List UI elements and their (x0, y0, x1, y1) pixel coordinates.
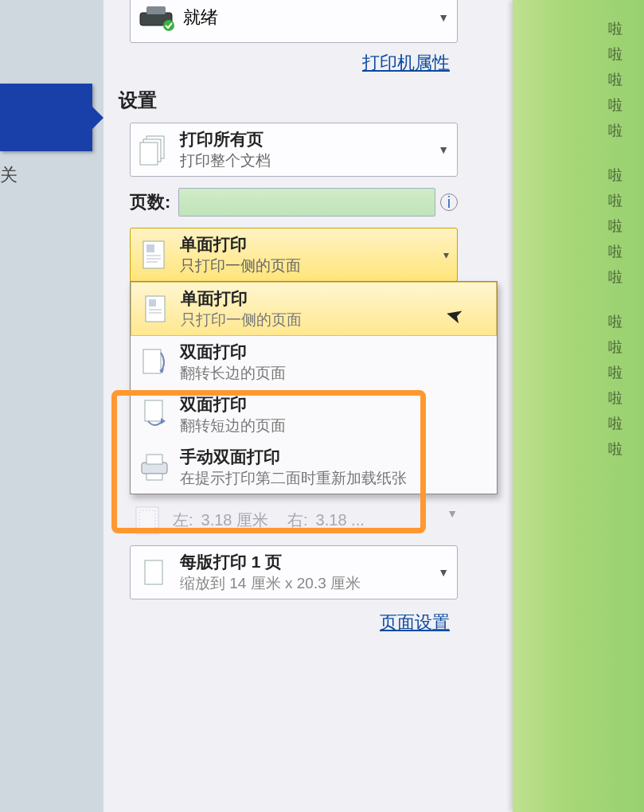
pages-input[interactable] (178, 188, 435, 217)
svg-point-2 (163, 20, 174, 31)
svg-rect-5 (140, 142, 158, 165)
duplex-option-short-edge[interactable]: 双面打印 翻转短边的页面 (131, 388, 497, 441)
svg-marker-18 (161, 418, 166, 424)
svg-rect-7 (146, 244, 154, 252)
pages-per-sheet-dropdown[interactable]: 每版打印 1 页 缩放到 14 厘米 x 20.3 厘米 ▼ (130, 545, 458, 599)
printer-status-text: 就绪 (183, 6, 218, 29)
chevron-down-icon: ▼ (438, 143, 449, 156)
chevron-down-icon: ▼ (447, 507, 458, 520)
margins-icon (130, 502, 165, 537)
duplex-option-manual[interactable]: 手动双面打印 在提示打印第二面时重新加载纸张 (131, 441, 497, 494)
duplex-dropdown-list: 单面打印 只打印一侧的页面 双面打印 翻转长边的页面 (130, 281, 498, 494)
svg-rect-21 (146, 474, 162, 480)
print-range-title: 打印所有页 (180, 128, 271, 150)
printer-manual-icon (137, 450, 172, 485)
printer-ready-icon (137, 3, 175, 32)
page-single-small-icon (135, 554, 172, 591)
duplex-dropdown[interactable]: 单面打印 只打印一侧的页面 ▾ (130, 228, 458, 282)
margins-dropdown[interactable]: 左: 3.18 厘米 右: 3.18 ... ▼ (130, 502, 458, 537)
duplex-option-single[interactable]: 单面打印 只打印一侧的页面 (131, 282, 497, 336)
svg-rect-24 (145, 560, 162, 584)
printer-properties-link[interactable]: 打印机属性 (115, 51, 450, 75)
chevron-down-icon: ▾ (443, 248, 449, 261)
per-sheet-subtitle: 缩放到 14 厘米 x 20.3 厘米 (180, 573, 361, 594)
nav-tab-active[interactable] (0, 84, 92, 151)
pages-label: 页数: (130, 190, 170, 214)
printer-selector[interactable]: 就绪 ▼ (130, 0, 458, 43)
settings-header: 设置 (119, 88, 458, 113)
svg-rect-17 (145, 400, 162, 421)
pages-stack-icon (135, 131, 172, 168)
print-range-dropdown[interactable]: 打印所有页 打印整个文档 ▼ (130, 123, 458, 177)
svg-rect-1 (146, 6, 166, 14)
page-flip-long-icon (137, 345, 172, 380)
svg-rect-15 (143, 349, 161, 373)
svg-rect-20 (146, 455, 162, 464)
page-single-icon (138, 291, 173, 326)
print-range-subtitle: 打印整个文档 (180, 150, 271, 171)
per-sheet-title: 每版打印 1 页 (180, 551, 361, 573)
chevron-down-icon: ▼ (438, 11, 449, 24)
info-icon[interactable]: i (440, 193, 458, 211)
page-flip-short-icon (137, 397, 172, 432)
duplex-selected-subtitle: 只打印一侧的页面 (180, 256, 301, 276)
print-preview-pane: 啦啦啦啦啦啦啦啦啦啦啦啦啦啦啦啦 (513, 0, 644, 812)
duplex-selected-title: 单面打印 (180, 233, 301, 256)
page-single-icon (135, 236, 172, 273)
duplex-option-long-edge[interactable]: 双面打印 翻转长边的页面 (131, 336, 497, 388)
svg-rect-12 (149, 299, 156, 306)
page-setup-link[interactable]: 页面设置 (115, 611, 450, 634)
nav-label-fragment: 关 (0, 163, 18, 187)
chevron-down-icon: ▼ (438, 566, 449, 579)
